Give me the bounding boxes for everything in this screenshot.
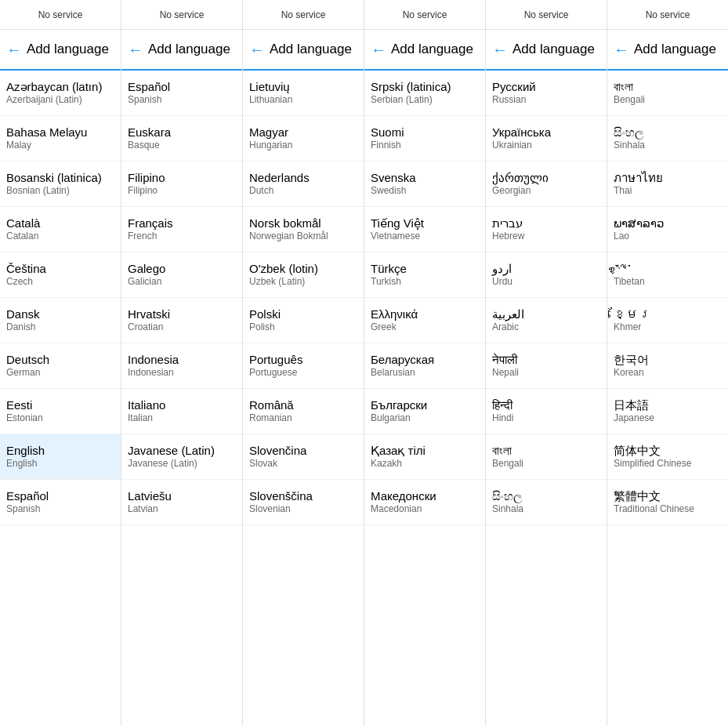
lang-item-5-4[interactable]: རྒྱལ་Tibetan bbox=[607, 252, 728, 298]
lang-native-3-8: Қазақ тілі bbox=[371, 443, 479, 459]
lang-item-4-1[interactable]: УкраїнськаUkrainian bbox=[486, 116, 607, 162]
lang-english-2-0: Lithuanian bbox=[249, 94, 357, 107]
lang-item-4-4[interactable]: اردوUrdu bbox=[486, 252, 607, 298]
lang-item-0-1[interactable]: Bahasa MelayuMalay bbox=[0, 116, 121, 162]
lang-item-2-7[interactable]: RomânăRomanian bbox=[243, 389, 364, 434]
lang-item-4-0[interactable]: РусскийRussian bbox=[486, 71, 607, 116]
lang-item-1-2[interactable]: FilipinoFilipino bbox=[121, 162, 242, 207]
lang-english-4-3: Hebrew bbox=[492, 231, 600, 243]
lang-item-1-7[interactable]: ItalianoItalian bbox=[121, 389, 242, 434]
lang-item-1-6[interactable]: IndonesiaIndonesian bbox=[121, 343, 242, 389]
lang-item-5-2[interactable]: ภาษาไทยThai bbox=[607, 162, 728, 207]
lang-english-2-8: Slovak bbox=[249, 458, 357, 470]
lang-item-0-2[interactable]: Bosanski (latinica)Bosnian (Latin) bbox=[0, 162, 121, 207]
lang-item-1-1[interactable]: EuskaraBasque bbox=[121, 116, 242, 162]
lang-native-4-9: සිංහල bbox=[492, 488, 600, 504]
lang-item-5-0[interactable]: বাংলাBengali bbox=[607, 71, 728, 116]
back-arrow-0[interactable]: ← bbox=[6, 41, 22, 59]
lang-item-0-8[interactable]: EnglishEnglish bbox=[0, 434, 121, 480]
column-3: ←Add languageSrpski (latinica)Serbian (L… bbox=[364, 30, 486, 726]
lang-item-0-6[interactable]: DeutschGerman bbox=[0, 343, 121, 389]
lang-native-1-5: Hrvatski bbox=[128, 307, 236, 322]
lang-item-1-4[interactable]: GalegoGalician bbox=[121, 252, 242, 298]
back-arrow-4[interactable]: ← bbox=[492, 41, 508, 59]
lang-item-2-0[interactable]: LietuviųLithuanian bbox=[243, 71, 364, 116]
lang-native-5-7: 日本語 bbox=[614, 397, 722, 413]
lang-item-3-4[interactable]: TürkçeTurkish bbox=[364, 252, 485, 298]
lang-english-3-5: Greek bbox=[371, 321, 479, 334]
lang-english-4-9: Sinhala bbox=[492, 503, 600, 516]
lang-item-2-3[interactable]: Norsk bokmålNorwegian Bokmål bbox=[243, 207, 364, 252]
lang-item-2-6[interactable]: PortuguêsPortuguese bbox=[243, 343, 364, 389]
lang-item-1-9[interactable]: LatviešuLatvian bbox=[121, 480, 242, 525]
lang-item-3-6[interactable]: БеларускаяBelarusian bbox=[364, 343, 485, 389]
lang-native-2-4: O'zbek (lotin) bbox=[249, 261, 357, 277]
lang-item-1-3[interactable]: FrançaisFrench bbox=[121, 207, 242, 252]
lang-item-5-1[interactable]: සිංහලSinhala bbox=[607, 116, 728, 162]
lang-item-4-6[interactable]: नेपालीNepali bbox=[486, 343, 607, 389]
back-arrow-5[interactable]: ← bbox=[614, 41, 629, 59]
column-header-3: ←Add language bbox=[364, 30, 485, 71]
lang-native-4-3: עברית bbox=[492, 216, 600, 231]
lang-item-1-0[interactable]: EspañolSpanish bbox=[121, 71, 242, 116]
lang-item-1-8[interactable]: Javanese (Latin)Javanese (Latin) bbox=[121, 434, 242, 480]
lang-item-3-3[interactable]: Tiếng ViệtVietnamese bbox=[364, 207, 485, 252]
lang-item-5-8[interactable]: 简体中文Simplified Chinese bbox=[607, 434, 728, 480]
lang-native-0-7: Eesti bbox=[6, 397, 114, 413]
lang-item-4-9[interactable]: සිංහලSinhala bbox=[486, 480, 607, 525]
lang-item-0-9[interactable]: EspañolSpanish bbox=[0, 480, 121, 525]
lang-item-1-5[interactable]: HrvatskiCroatian bbox=[121, 298, 242, 343]
lang-english-3-7: Bulgarian bbox=[371, 412, 479, 425]
back-arrow-1[interactable]: ← bbox=[128, 41, 143, 59]
back-arrow-2[interactable]: ← bbox=[249, 41, 265, 59]
status-segment-2: No service bbox=[243, 0, 364, 29]
columns-container: ←Add languageAzərbaycan (latın)Azerbaija… bbox=[0, 30, 728, 726]
lang-item-5-5[interactable]: ខ្មែរKhmer bbox=[607, 298, 728, 343]
lang-english-4-0: Russian bbox=[492, 94, 600, 107]
lang-item-3-0[interactable]: Srpski (latinica)Serbian (Latin) bbox=[364, 71, 485, 116]
lang-item-4-5[interactable]: العربيةArabic bbox=[486, 298, 607, 343]
lang-item-3-9[interactable]: МакедонскиMacedonian bbox=[364, 480, 485, 525]
lang-item-0-5[interactable]: DanskDanish bbox=[0, 298, 121, 343]
lang-item-2-8[interactable]: SlovenčinaSlovak bbox=[243, 434, 364, 480]
lang-list-1: EspañolSpanishEuskaraBasqueFilipinoFilip… bbox=[121, 71, 242, 726]
header-title-2: Add language bbox=[270, 42, 352, 57]
lang-item-4-8[interactable]: বাংলাBengali bbox=[486, 434, 607, 480]
lang-item-5-6[interactable]: 한국어Korean bbox=[607, 343, 728, 389]
lang-item-5-9[interactable]: 繁體中文Traditional Chinese bbox=[607, 480, 728, 525]
lang-english-4-7: Hindi bbox=[492, 412, 600, 425]
status-segment-5: No service bbox=[607, 0, 728, 29]
lang-english-1-1: Basque bbox=[128, 140, 236, 152]
lang-english-0-4: Czech bbox=[6, 276, 114, 289]
lang-item-2-1[interactable]: MagyarHungarian bbox=[243, 116, 364, 162]
lang-item-3-8[interactable]: Қазақ тіліKazakh bbox=[364, 434, 485, 480]
lang-native-3-0: Srpski (latinica) bbox=[371, 79, 479, 95]
lang-item-3-2[interactable]: SvenskaSwedish bbox=[364, 162, 485, 207]
lang-native-4-1: Українська bbox=[492, 125, 600, 140]
lang-item-0-0[interactable]: Azərbaycan (latın)Azerbaijani (Latin) bbox=[0, 71, 121, 116]
column-1: ←Add languageEspañolSpanishEuskaraBasque… bbox=[121, 30, 243, 726]
column-header-1: ←Add language bbox=[121, 30, 242, 71]
back-arrow-3[interactable]: ← bbox=[371, 41, 386, 59]
column-4: ←Add languageРусскийRussianУкраїнськаUkr… bbox=[486, 30, 607, 726]
lang-item-2-2[interactable]: NederlandsDutch bbox=[243, 162, 364, 207]
lang-english-5-1: Sinhala bbox=[614, 140, 722, 152]
lang-item-4-2[interactable]: ქართულიGeorgian bbox=[486, 162, 607, 207]
lang-item-5-3[interactable]: ພາສາລາວLao bbox=[607, 207, 728, 252]
lang-item-0-4[interactable]: ČeštinaCzech bbox=[0, 252, 121, 298]
lang-item-0-7[interactable]: EestiEstonian bbox=[0, 389, 121, 434]
lang-item-2-5[interactable]: PolskiPolish bbox=[243, 298, 364, 343]
lang-item-5-7[interactable]: 日本語Japanese bbox=[607, 389, 728, 434]
lang-english-2-6: Portuguese bbox=[249, 367, 357, 379]
column-header-0: ←Add language bbox=[0, 30, 121, 71]
lang-item-3-5[interactable]: ΕλληνικάGreek bbox=[364, 298, 485, 343]
lang-item-2-9[interactable]: SlovenščinaSlovenian bbox=[243, 480, 364, 525]
lang-item-0-3[interactable]: CatalàCatalan bbox=[0, 207, 121, 252]
lang-item-4-7[interactable]: हिन्दीHindi bbox=[486, 389, 607, 434]
lang-item-3-7[interactable]: БългарскиBulgarian bbox=[364, 389, 485, 434]
lang-list-3: Srpski (latinica)Serbian (Latin)SuomiFin… bbox=[364, 71, 485, 726]
lang-item-3-1[interactable]: SuomiFinnish bbox=[364, 116, 485, 162]
lang-item-4-3[interactable]: עבריתHebrew bbox=[486, 207, 607, 252]
lang-native-5-2: ภาษาไทย bbox=[614, 170, 722, 186]
lang-item-2-4[interactable]: O'zbek (lotin)Uzbek (Latin) bbox=[243, 252, 364, 298]
